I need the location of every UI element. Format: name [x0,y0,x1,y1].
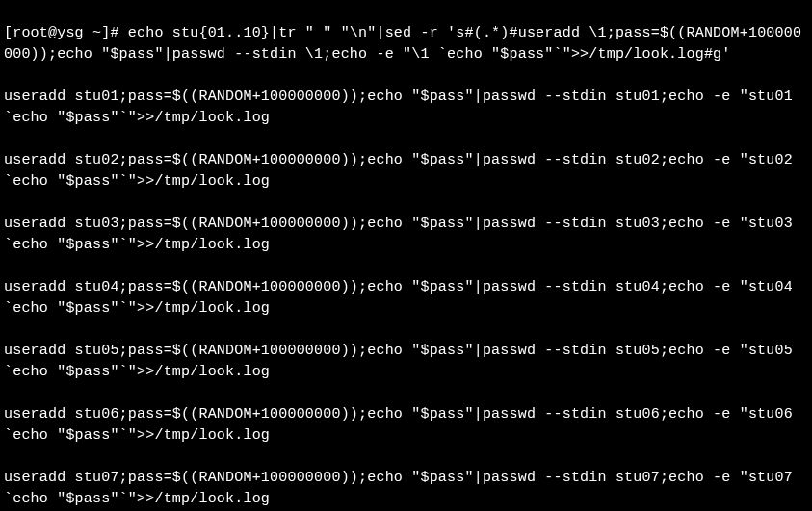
terminal-window[interactable]: [root@ysg ~]# echo stu{01..10}|tr " " "\… [0,0,812,511]
output-line: useradd stu04;pass=$((RANDOM+100000000))… [4,277,808,319]
command-line: [root@ysg ~]# echo stu{01..10}|tr " " "\… [4,23,808,65]
output-line: useradd stu07;pass=$((RANDOM+100000000))… [4,468,808,510]
output-line: useradd stu06;pass=$((RANDOM+100000000))… [4,404,808,447]
output-line: useradd stu05;pass=$((RANDOM+100000000))… [4,341,808,383]
output-line: useradd stu03;pass=$((RANDOM+100000000))… [4,214,808,256]
output-line: useradd stu02;pass=$((RANDOM+100000000))… [4,150,808,192]
output-line: useradd stu01;pass=$((RANDOM+100000000))… [4,87,808,129]
shell-prompt: [root@ysg ~]# [4,25,128,41]
